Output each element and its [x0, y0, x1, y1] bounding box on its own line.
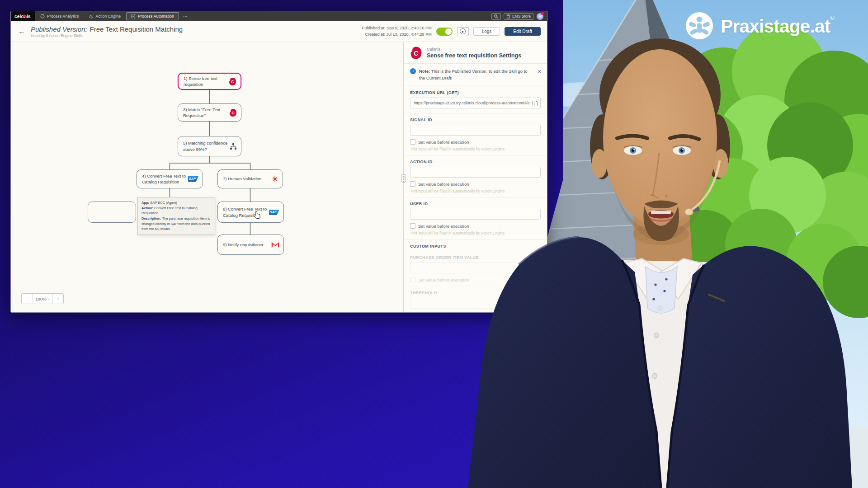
- tooltip-app-label: App:: [142, 201, 149, 205]
- node-match-free-text-requisition[interactable]: 3) Match "Free Text Requisition" C: [178, 103, 241, 122]
- celonis-logo[interactable]: celonis: [11, 11, 35, 21]
- tooltip-app-value: SAP ECC (Agent): [150, 201, 177, 205]
- node-label: 7) Human Validation: [223, 176, 271, 182]
- sap-icon: SAP: [188, 176, 198, 182]
- shopping-bag-icon: [506, 14, 510, 19]
- tooltip-description-label: Description:: [142, 216, 161, 221]
- purchase-order-item-value-checkbox[interactable]: [410, 277, 415, 282]
- node-label: 9) Notify requisitioner: [223, 242, 271, 248]
- node-label: 5) Matching confidence above 99%?: [183, 140, 230, 152]
- panel-resize-handle[interactable]: [401, 174, 406, 183]
- skill-name: Free Text Requisition Matching: [90, 25, 183, 33]
- zoom-in-button[interactable]: +: [53, 294, 63, 304]
- action-id-checkbox[interactable]: [410, 181, 415, 187]
- search-button[interactable]: [491, 13, 501, 20]
- node-notify-requisitioner[interactable]: 9) Notify requisitioner: [217, 235, 284, 255]
- skill-flow-canvas[interactable]: 1) Sense free text requisition C 3) Matc…: [11, 42, 403, 313]
- sap-icon: SAP: [269, 210, 279, 215]
- svg-text:C: C: [231, 80, 234, 84]
- created-at: Created at: Jul 13, 2020, 4:44:29 PM: [362, 32, 432, 38]
- human-task-icon: [271, 175, 278, 183]
- user-avatar[interactable]: M: [537, 13, 543, 20]
- node-label: 8) Convert Free Text to Catalog Requisit…: [223, 206, 269, 218]
- celonis-skill-icon: C: [229, 108, 237, 117]
- node-matching-confidence[interactable]: 5) Matching confidence above 99%?: [178, 136, 241, 156]
- note-label: Note:: [419, 69, 430, 74]
- app-top-bar: celonis Process Analytics Action Engine …: [11, 11, 547, 21]
- svg-text:C: C: [231, 111, 235, 115]
- celonis-skill-icon: C: [229, 77, 236, 86]
- svg-text:C: C: [414, 50, 418, 57]
- more-tabs-button[interactable]: ⋯: [179, 14, 192, 19]
- signal-id-checkbox[interactable]: [410, 139, 415, 145]
- celonis-sensor-icon: C: [410, 46, 422, 60]
- hidden-node-fragment: [88, 202, 136, 223]
- node-sense-free-text-requisition[interactable]: 1) Sense free text requisition C: [178, 73, 241, 90]
- avatar-status-dot: [541, 12, 544, 15]
- node-label: 4) Convert Free Text to Catalog Requisit…: [142, 173, 188, 185]
- tab-process-analytics[interactable]: Process Analytics: [36, 12, 84, 20]
- node-human-validation[interactable]: 7) Human Validation: [217, 169, 283, 188]
- process-automation-icon: [131, 14, 136, 19]
- zoom-out-button[interactable]: −: [22, 294, 32, 304]
- decision-branch-icon: [230, 143, 237, 150]
- presenter-photo: [443, 32, 868, 488]
- node-tooltip: App: SAP ECC (Agent) Action: Convert Fre…: [137, 197, 215, 235]
- node-label: 3) Match "Free Text Requisition": [183, 107, 229, 119]
- collar-pattern: [646, 267, 677, 313]
- headset-mic-tip: [685, 209, 693, 215]
- process-analytics-icon: [40, 14, 45, 19]
- version-prefix: Published Version:: [31, 25, 87, 33]
- page-title: Published Version: Free Text Requisition…: [31, 25, 183, 33]
- tab-action-engine[interactable]: Action Engine: [84, 12, 125, 20]
- user-id-checkbox[interactable]: [410, 223, 415, 229]
- node-convert-free-text-manual[interactable]: 8) Convert Free Text to Catalog Requisit…: [217, 202, 284, 223]
- celonis-logo-dot: [23, 14, 26, 17]
- zoom-level-dropdown[interactable]: 100%▾: [32, 294, 53, 304]
- info-icon: i: [410, 68, 416, 74]
- chevron-down-icon: ▾: [48, 297, 50, 300]
- video-frame: Praxistage.at© celonis Process Analytics…: [0, 0, 868, 488]
- hand-cursor: [254, 211, 260, 219]
- tab-process-automation[interactable]: Process Automation: [126, 12, 179, 20]
- node-label: 1) Sense free text requisition: [184, 75, 229, 88]
- node-convert-free-text-agent[interactable]: 4) Convert Free Text to Catalog Requisit…: [137, 169, 203, 188]
- gmail-icon: [271, 242, 279, 248]
- tooltip-action-label: Action:: [142, 206, 153, 210]
- action-engine-icon: [89, 14, 93, 19]
- threshold-checkbox[interactable]: [410, 312, 415, 313]
- ems-store-button[interactable]: EMS Store: [504, 13, 533, 20]
- canvas-zoom-control: − 100%▾ +: [21, 293, 64, 304]
- usage-subtitle: Used by 0 Action Engine Skills: [31, 33, 183, 38]
- back-button[interactable]: ←: [18, 28, 25, 35]
- trademark-mark: ©: [830, 14, 834, 21]
- published-at: Published at: Sep 9, 2020, 2:43:16 PM: [362, 25, 432, 32]
- timestamps: Published at: Sep 9, 2020, 2:43:16 PM Cr…: [362, 25, 432, 38]
- search-icon: [494, 14, 498, 19]
